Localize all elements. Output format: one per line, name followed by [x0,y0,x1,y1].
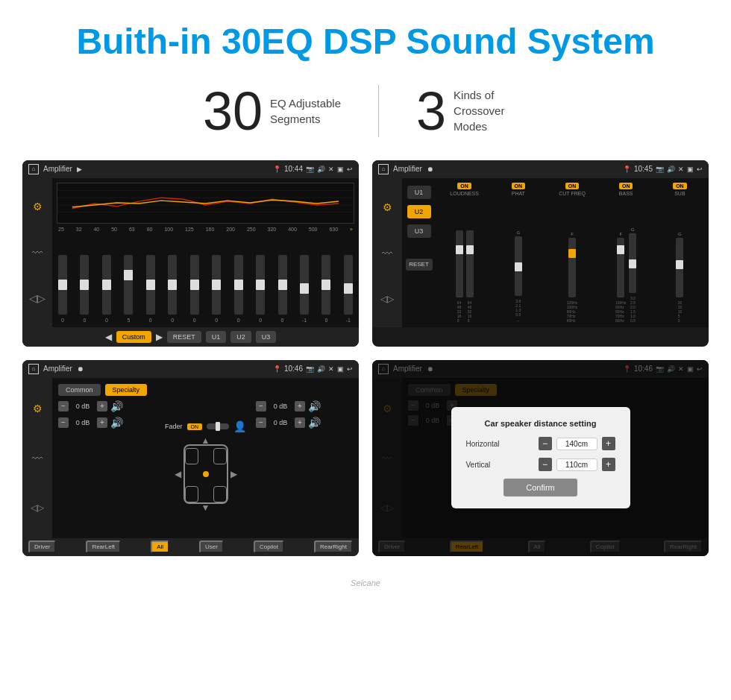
eq-slider-9[interactable]: 0 [256,255,265,323]
btn-all[interactable]: All [151,540,169,553]
specialty-body: ⚙ 〰 ◁▷ Common Specialty − 0 dB + [22,378,359,538]
freq-32: 32 [76,227,82,232]
phat-on-badge[interactable]: ON [512,183,526,189]
eq-slider-10[interactable]: 0 [278,255,287,323]
eq-slider-2[interactable]: 0 [102,255,111,323]
eq-slider-4[interactable]: 0 [146,255,155,323]
eq-next-icon[interactable]: ▶ [156,332,163,342]
btn-rearright[interactable]: RearRight [314,540,353,553]
speaker-br-icon: 🔊 [308,417,321,429]
freq-40: 40 [93,227,99,232]
specialty-vol-controls-r: − 0 dB + 🔊 − 0 dB + 🔊 [256,400,353,532]
vol-tr-minus[interactable]: − [256,401,266,412]
back-icon[interactable]: ↩ [347,165,353,173]
btn-driver[interactable]: Driver [28,540,56,553]
eq-slider-12[interactable]: 0 [321,255,330,323]
loudness-on-badge[interactable]: ON [457,183,471,189]
bass-slider-g[interactable]: G 3.02.52.01.51.00.5 [629,227,636,323]
eq-u3-btn[interactable]: U3 [256,331,277,343]
x-icon: ✕ [328,165,334,173]
specialty-back-icon[interactable]: ↩ [347,365,353,373]
sub-slider-g[interactable]: G 20151050 [676,232,683,323]
bass-slider-f[interactable]: F 100Hz90Hz80Hz70Hz60Hz [615,232,626,323]
fader-on-badge[interactable]: ON [187,423,203,430]
arrow-left-icon[interactable]: ◀ [175,469,181,479]
crossover-vol-icon[interactable]: ◁▷ [380,294,394,304]
vol-tr-plus[interactable]: + [295,401,305,412]
tab-specialty[interactable]: Specialty [105,384,148,396]
crossover-main: U1 U2 U3 RESET ON LOUDNESS [402,178,709,327]
preset-u2[interactable]: U2 [407,205,431,218]
dialog-vertical-minus[interactable]: − [539,458,552,471]
eq-slider-8[interactable]: 0 [234,255,243,323]
vol-br-plus[interactable]: + [295,417,305,428]
eq-slider-11[interactable]: -1 [300,255,309,323]
eq-u2-btn[interactable]: U2 [230,331,251,343]
confirm-button[interactable]: Confirm [503,479,577,496]
preset-u3[interactable]: U3 [407,224,431,238]
cutfreq-on-badge[interactable]: ON [565,183,580,189]
home-icon[interactable]: ⌂ [28,164,39,174]
sub-name: SUB [674,191,685,196]
phat-slider-area: G 3.82.11.30.5 [515,199,522,317]
eq-prev-icon[interactable]: ◀ [105,332,112,342]
specialty-eq-icon[interactable]: ⚙ [33,403,43,414]
dialog-horizontal-minus[interactable]: − [539,437,552,450]
crossover-x-icon: ✕ [678,165,684,173]
specialty-vol-icon[interactable]: ◁▷ [31,502,44,513]
vol-bl-minus[interactable]: − [58,417,69,428]
vol-tl-plus[interactable]: + [97,401,107,412]
specialty-home-icon[interactable]: ⌂ [28,364,39,374]
crossover-home-icon[interactable]: ⌂ [378,164,389,174]
freq-125: 125 [185,227,194,232]
btn-rearleft[interactable]: RearLeft [86,540,121,553]
dialog-horizontal-plus[interactable]: + [602,437,615,450]
eq-slider-1[interactable]: 0 [80,255,89,323]
eq-u1-btn[interactable]: U1 [206,331,227,343]
eq-slider-0[interactable]: 0 [58,255,67,323]
eq-topbar-title: Amplifier [43,165,72,173]
cutfreq-slider-area: F 125Hz100Hz80Hz70Hz60Hz [567,199,577,323]
eq-slider-6[interactable]: 0 [190,255,199,323]
specialty-wave-icon[interactable]: 〰 [32,453,43,464]
preset-reset[interactable]: RESET [406,259,433,271]
freq-160: 160 [206,227,215,232]
eq-volume-icon[interactable]: ◁▷ [29,292,46,304]
tab-common[interactable]: Common [58,384,101,396]
eq-wave-icon[interactable]: 〰 [32,247,43,259]
eq-custom-btn[interactable]: Custom [116,331,151,343]
eq-slider-3[interactable]: 5 [124,255,133,323]
vol-tl-minus[interactable]: − [58,401,69,412]
freq-25: 25 [58,227,64,232]
dialog-vertical-plus[interactable]: + [602,458,615,471]
crossover-back-icon[interactable]: ↩ [697,165,703,173]
watermark-text: Seicane [351,578,380,587]
page-title: Buith-in 30EQ DSP Sound System [15,22,716,62]
eq-slider-5[interactable]: 0 [168,255,177,323]
sub-on-badge[interactable]: ON [673,183,687,189]
loudness-slider2[interactable]: 644832160 [466,230,474,323]
phat-slider[interactable]: G 3.82.11.30.5 [515,230,522,317]
bass-on-badge[interactable]: ON [619,183,633,189]
vol-br-minus[interactable]: − [256,417,266,428]
eq-slider-7[interactable]: 0 [212,255,221,323]
eq-tuning-icon[interactable]: ⚙ [33,201,43,212]
vol-bl-plus[interactable]: + [97,417,107,428]
eq-reset-btn[interactable]: RESET [167,331,201,343]
preset-u1[interactable]: U1 [407,186,431,199]
bass-name: BASS [619,191,633,196]
btn-user[interactable]: User [199,540,224,553]
eq-freq-labels: 25 32 40 50 63 80 100 125 160 200 250 32… [57,227,354,232]
fader-slider[interactable] [207,423,229,429]
arrow-down-icon[interactable]: ▼ [201,502,210,513]
eq-bottom-bar: ◀ Custom ▶ RESET U1 U2 U3 [22,327,359,347]
vol-tr-value: 0 dB [269,403,292,410]
car-seat-tl [185,448,198,464]
eq-slider-13[interactable]: -1 [344,255,353,323]
cutfreq-slider[interactable]: F 125Hz100Hz80Hz70Hz60Hz [567,232,577,323]
loudness-slider[interactable]: 644832160 [456,230,463,323]
btn-copilot[interactable]: Copilot [254,540,284,553]
crossover-eq-icon[interactable]: ⚙ [383,201,392,213]
crossover-wave-icon[interactable]: 〰 [382,247,392,259]
arrow-right-icon[interactable]: ▶ [230,469,237,479]
